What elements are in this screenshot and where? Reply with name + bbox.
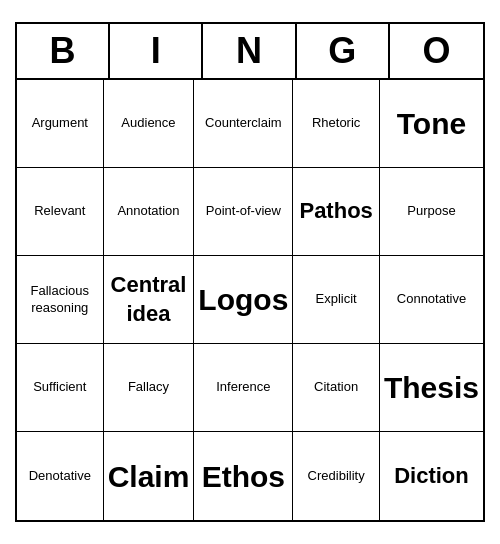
bingo-cell: Connotative	[380, 256, 483, 344]
cell-text: Explicit	[316, 291, 357, 308]
cell-text: Purpose	[407, 203, 455, 220]
cell-text: Logos	[198, 280, 288, 319]
bingo-card: BINGO ArgumentAudienceCounterclaimRhetor…	[15, 22, 485, 522]
bingo-cell: Argument	[17, 80, 104, 168]
cell-text: Denotative	[29, 468, 91, 485]
cell-text: Counterclaim	[205, 115, 282, 132]
bingo-header: BINGO	[17, 24, 483, 80]
cell-text: Central idea	[108, 271, 190, 328]
bingo-cell: Ethos	[194, 432, 293, 520]
header-letter: O	[390, 24, 483, 78]
bingo-cell: Sufficient	[17, 344, 104, 432]
cell-text: Pathos	[299, 197, 372, 226]
bingo-cell: Tone	[380, 80, 483, 168]
bingo-cell: Fallacious reasoning	[17, 256, 104, 344]
cell-text: Argument	[32, 115, 88, 132]
bingo-cell: Claim	[104, 432, 195, 520]
bingo-cell: Citation	[293, 344, 380, 432]
bingo-cell: Point-of-view	[194, 168, 293, 256]
bingo-cell: Explicit	[293, 256, 380, 344]
cell-text: Thesis	[384, 368, 479, 407]
cell-text: Audience	[121, 115, 175, 132]
bingo-cell: Logos	[194, 256, 293, 344]
bingo-cell: Pathos	[293, 168, 380, 256]
bingo-cell: Audience	[104, 80, 195, 168]
cell-text: Credibility	[308, 468, 365, 485]
bingo-cell: Central idea	[104, 256, 195, 344]
bingo-cell: Inference	[194, 344, 293, 432]
cell-text: Sufficient	[33, 379, 86, 396]
cell-text: Ethos	[202, 457, 285, 496]
cell-text: Tone	[397, 104, 466, 143]
cell-text: Diction	[394, 462, 469, 491]
cell-text: Connotative	[397, 291, 466, 308]
bingo-cell: Credibility	[293, 432, 380, 520]
bingo-cell: Diction	[380, 432, 483, 520]
cell-text: Point-of-view	[206, 203, 281, 220]
cell-text: Fallacious reasoning	[21, 283, 99, 317]
header-letter: B	[17, 24, 110, 78]
header-letter: I	[110, 24, 203, 78]
bingo-cell: Thesis	[380, 344, 483, 432]
cell-text: Citation	[314, 379, 358, 396]
cell-text: Claim	[108, 457, 190, 496]
header-letter: G	[297, 24, 390, 78]
bingo-cell: Denotative	[17, 432, 104, 520]
bingo-cell: Fallacy	[104, 344, 195, 432]
cell-text: Annotation	[117, 203, 179, 220]
cell-text: Rhetoric	[312, 115, 360, 132]
cell-text: Relevant	[34, 203, 85, 220]
bingo-cell: Counterclaim	[194, 80, 293, 168]
cell-text: Fallacy	[128, 379, 169, 396]
bingo-grid: ArgumentAudienceCounterclaimRhetoricTone…	[17, 80, 483, 520]
header-letter: N	[203, 24, 296, 78]
bingo-cell: Rhetoric	[293, 80, 380, 168]
cell-text: Inference	[216, 379, 270, 396]
bingo-cell: Relevant	[17, 168, 104, 256]
bingo-cell: Purpose	[380, 168, 483, 256]
bingo-cell: Annotation	[104, 168, 195, 256]
